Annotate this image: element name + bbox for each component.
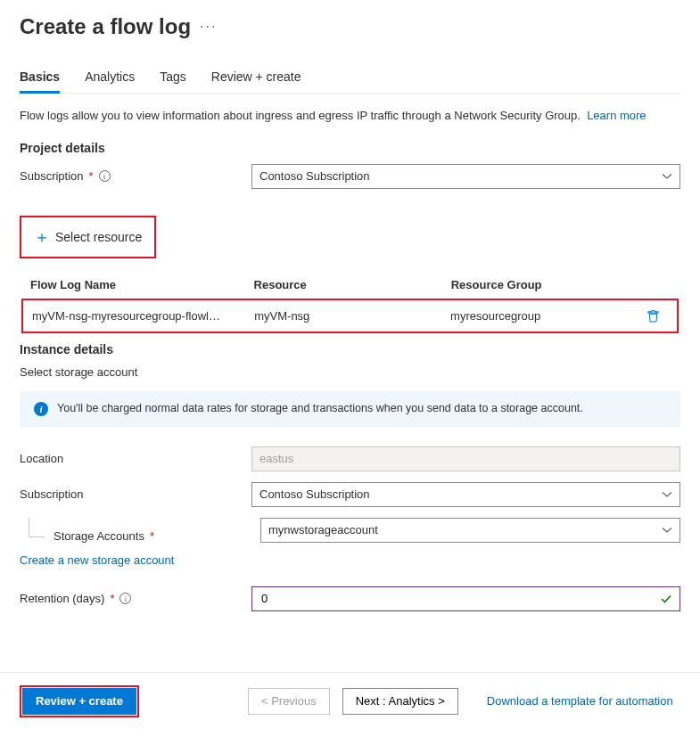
tab-tags[interactable]: Tags xyxy=(160,64,186,93)
info-icon[interactable]: i xyxy=(99,170,111,182)
cell-resource-group: myresourcegroup xyxy=(441,300,638,332)
tab-review-create[interactable]: Review + create xyxy=(211,64,301,93)
storage-account-select[interactable]: mynwstorageaccount xyxy=(260,518,680,543)
review-create-highlight: Review + create xyxy=(20,685,139,717)
intro-body: Flow logs allow you to view information … xyxy=(20,109,581,122)
storage-subscription-label: Subscription xyxy=(20,487,251,501)
page-title: Create a flow log xyxy=(20,14,191,39)
plus-icon: ＋ xyxy=(34,226,48,248)
create-storage-link[interactable]: Create a new storage account xyxy=(20,553,174,567)
delete-icon[interactable] xyxy=(646,309,668,323)
tab-bar: Basics Analytics Tags Review + create xyxy=(20,64,680,94)
select-resource-label: Select resource xyxy=(55,230,142,244)
location-value: eastus xyxy=(259,452,293,465)
intro-text: Flow logs allow you to view information … xyxy=(20,108,680,125)
page-header: Create a flow log ··· xyxy=(20,14,680,39)
info-icon: i xyxy=(34,402,48,416)
review-create-button[interactable]: Review + create xyxy=(22,688,136,715)
banner-text: You'll be charged normal data rates for … xyxy=(57,402,583,414)
resource-table: Flow Log Name Resource Resource Group xyxy=(21,271,679,299)
previous-button: < Previous xyxy=(248,688,330,715)
retention-label: Retention (days) * i xyxy=(20,592,251,605)
retention-input[interactable] xyxy=(259,587,655,610)
storage-account-value: mynwstorageaccount xyxy=(268,523,378,536)
required-indicator: * xyxy=(150,529,154,543)
chevron-down-icon xyxy=(662,171,672,182)
next-button[interactable]: Next : Analytics > xyxy=(342,688,458,715)
col-flowlog-name: Flow Log Name xyxy=(21,271,245,299)
chevron-down-icon xyxy=(662,489,672,500)
required-indicator: * xyxy=(89,169,94,183)
location-field: eastus xyxy=(251,446,680,471)
storage-subscription-select[interactable]: Contoso Subscription xyxy=(251,482,680,507)
learn-more-link[interactable]: Learn more xyxy=(587,109,646,122)
required-indicator: * xyxy=(110,592,114,605)
project-details-heading: Project details xyxy=(20,141,680,155)
select-resource-button[interactable]: ＋ Select resource xyxy=(20,216,156,258)
download-template-link[interactable]: Download a template for automation xyxy=(487,694,673,708)
table-row: myVM-nsg-myresourcegroup-flowl… myVM-nsg… xyxy=(23,300,677,332)
location-label: Location xyxy=(20,452,251,465)
more-icon[interactable]: ··· xyxy=(200,19,217,35)
info-icon[interactable]: i xyxy=(119,593,131,604)
chevron-down-icon xyxy=(662,525,672,536)
storage-account-label: Storage Accounts * xyxy=(54,529,260,543)
cell-resource: myVM-nsg xyxy=(245,300,441,332)
instance-details-heading: Instance details xyxy=(20,342,680,356)
checkmark-icon xyxy=(660,593,672,605)
col-resource: Resource xyxy=(245,271,442,299)
storage-subtitle: Select storage account xyxy=(20,365,680,379)
subscription-select[interactable]: Contoso Subscription xyxy=(251,164,680,189)
storage-subscription-value: Contoso Subscription xyxy=(259,487,370,501)
col-resource-group: Resource Group xyxy=(442,271,639,299)
retention-input-wrapper xyxy=(251,586,680,611)
subscription-label: Subscription * i xyxy=(20,169,251,183)
wizard-footer: Review + create < Previous Next : Analyt… xyxy=(0,672,700,730)
cell-flowlog-name: myVM-nsg-myresourcegroup-flowl… xyxy=(23,300,245,332)
tab-basics[interactable]: Basics xyxy=(20,64,60,93)
tab-analytics[interactable]: Analytics xyxy=(85,64,135,93)
subscription-value: Contoso Subscription xyxy=(259,169,370,183)
storage-info-banner: i You'll be charged normal data rates fo… xyxy=(20,391,680,427)
tree-connector xyxy=(29,518,45,537)
